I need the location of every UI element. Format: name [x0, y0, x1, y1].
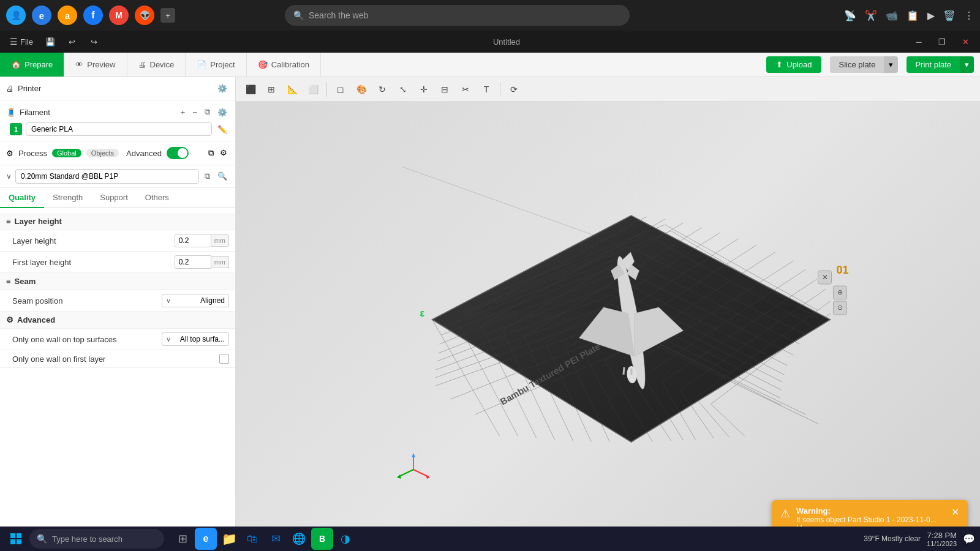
taskbar-search-icon: 🔍	[37, 534, 47, 544]
toolbar-divider-2	[500, 82, 500, 97]
perspective-icon[interactable]: ⬛	[241, 80, 260, 99]
taskbar-mail-icon[interactable]: ✉	[265, 528, 287, 550]
filament-number: 1	[10, 123, 22, 135]
warning-icon: ⚠	[780, 507, 790, 520]
layer-height-input[interactable]	[175, 234, 211, 247]
seam-position-dropdown[interactable]: ∨ Aligned	[162, 294, 229, 307]
tab-support[interactable]: Support	[91, 188, 137, 208]
tab-project[interactable]: 📄 Project	[186, 53, 246, 77]
reddit-tab-icon[interactable]: 👽	[135, 6, 154, 25]
tab-calibration[interactable]: 🎯 Calibration	[247, 53, 321, 77]
grid-icon[interactable]: ⊞	[262, 80, 281, 99]
clipboard-icon[interactable]: 📋	[907, 10, 919, 21]
paint-icon[interactable]: 🎨	[352, 80, 371, 99]
facebook-tab-icon[interactable]: f	[83, 6, 103, 25]
taskbar-widgets-icon[interactable]: ⊞	[172, 528, 194, 550]
more-icon[interactable]: ⋮	[964, 10, 974, 21]
minimize-button[interactable]: ─	[910, 33, 927, 50]
taskbar-browser-icon[interactable]: 🌐	[288, 528, 310, 550]
filament-name-input[interactable]: Generic PLA	[26, 122, 212, 136]
filament-settings-icon[interactable]: ⚙️	[216, 106, 229, 119]
taskbar-arc-icon[interactable]: ◑	[334, 528, 356, 550]
layer-height-icon: ≡	[6, 217, 11, 226]
move-icon[interactable]: ✛	[414, 80, 434, 99]
warning-close-button[interactable]: ✕	[951, 506, 959, 518]
gmail-tab-icon[interactable]: M	[109, 6, 129, 25]
svg-text:01: 01	[836, 264, 848, 276]
one-wall-top-dropdown[interactable]: ∨ All top surfa...	[162, 332, 229, 346]
tab-quality[interactable]: Quality	[0, 188, 44, 208]
first-layer-height-input-group: mm	[175, 255, 229, 269]
rotate-icon[interactable]: ↻	[372, 80, 392, 99]
filament-copy-icon[interactable]: ⧉	[203, 105, 212, 119]
process-copy-icon[interactable]: ⧉	[206, 146, 216, 160]
viewport-3d[interactable]: Bambu Textured PEI Plate	[236, 102, 980, 527]
tab-strength[interactable]: Strength	[44, 188, 91, 208]
filament-remove-icon[interactable]: −	[190, 106, 199, 119]
axis-arrows	[395, 451, 432, 488]
print-plate-button[interactable]: Print plate	[907, 56, 960, 73]
taskbar-time: 7:28 PM 11/1/2023	[927, 531, 957, 547]
browser-search-bar[interactable]: 🔍 Search the web	[285, 5, 630, 26]
filament-label: 🧵 Filament	[6, 108, 50, 117]
redo-button[interactable]: ↪	[86, 33, 103, 50]
objects-tag[interactable]: Objects	[86, 149, 119, 157]
filament-edit-icon[interactable]: ✏️	[216, 123, 229, 136]
hamburger-menu[interactable]: ☰ File	[6, 34, 37, 49]
select-icon[interactable]: ◻	[331, 80, 350, 99]
tab-prepare[interactable]: 🏠 Prepare	[0, 53, 64, 77]
svg-line-24	[398, 470, 413, 477]
plate-svg: Bambu Textured PEI Plate	[401, 167, 861, 522]
layer-height-row: Layer height mm	[0, 230, 235, 252]
scale-icon[interactable]: ⤡	[393, 80, 413, 99]
tab-device[interactable]: 🖨 Device	[127, 53, 186, 77]
taskbar-bambu-icon[interactable]: B	[311, 528, 333, 550]
printer-settings-icon[interactable]: ⚙️	[216, 82, 229, 95]
close-button[interactable]: ✕	[957, 33, 974, 50]
taskbar-weather: 39°F Mostly clear	[864, 534, 921, 543]
taskbar-edge-icon[interactable]: e	[195, 528, 217, 550]
layout-icon[interactable]: ⬜	[303, 80, 323, 99]
play-icon[interactable]: ▶	[927, 10, 935, 21]
svg-rect-28	[10, 539, 15, 544]
notification-icon[interactable]: 💬	[963, 533, 975, 545]
print-dropdown-button[interactable]: ▾	[960, 56, 974, 73]
one-wall-first-checkbox[interactable]	[219, 354, 229, 364]
flatten-icon[interactable]: ⊟	[435, 80, 454, 99]
profile-avatar[interactable]: 👤	[6, 6, 26, 25]
profile-compare-icon[interactable]: ⧉	[203, 170, 212, 183]
first-layer-height-input[interactable]	[175, 255, 211, 269]
tab-others[interactable]: Others	[137, 188, 178, 208]
filament-add-icon[interactable]: +	[179, 106, 187, 119]
edge-tab-icon[interactable]: e	[32, 6, 51, 25]
tab-preview[interactable]: 👁 Preview	[64, 53, 127, 77]
trash-icon[interactable]: 🗑️	[943, 10, 956, 21]
process-settings-icon[interactable]: ⚙	[218, 146, 229, 160]
scissors-icon[interactable]: ✂️	[865, 10, 877, 21]
svg-rect-27	[17, 533, 21, 538]
taskbar-folder-icon[interactable]: 📁	[218, 528, 240, 550]
taskbar-store-icon[interactable]: 🛍	[241, 528, 263, 550]
profile-name-input[interactable]	[15, 169, 199, 184]
undo-button[interactable]: ↩	[64, 33, 81, 50]
new-tab-button[interactable]: +	[160, 8, 175, 23]
amazon-tab-icon[interactable]: a	[58, 6, 77, 25]
upload-button[interactable]: ⬆ Upload	[766, 56, 821, 73]
slice-plate-button[interactable]: Slice plate	[830, 56, 884, 73]
restore-button[interactable]: ❐	[933, 33, 951, 50]
orient-icon[interactable]: ⟳	[504, 80, 524, 99]
taskbar-search[interactable]: 🔍 Type here to search	[29, 529, 164, 549]
global-tag[interactable]: Global	[52, 149, 81, 157]
measure-icon[interactable]: 📐	[282, 80, 302, 99]
profile-search-icon[interactable]: 🔍	[216, 170, 229, 183]
start-button[interactable]	[5, 528, 27, 550]
save-button[interactable]: 💾	[42, 33, 59, 50]
advanced-toggle[interactable]	[167, 147, 189, 159]
slice-dropdown-button[interactable]: ▾	[884, 56, 898, 73]
cut-icon[interactable]: ✂	[456, 80, 475, 99]
cast-icon[interactable]: 📡	[844, 10, 856, 21]
nav-right-actions: ⬆ Upload Slice plate ▾ Print plate ▾	[766, 56, 980, 73]
file-menu-label[interactable]: File	[20, 37, 33, 47]
video-icon[interactable]: 📹	[886, 10, 898, 21]
text-icon[interactable]: T	[477, 80, 496, 99]
